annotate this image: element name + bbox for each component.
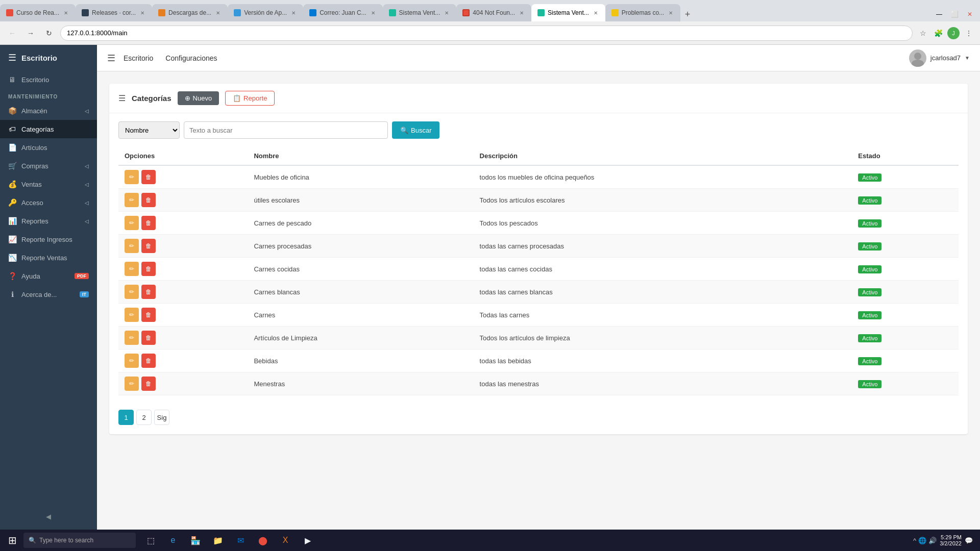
folder-icon[interactable]: 📁 (207, 530, 229, 551)
sidebar-header[interactable]: ☰ Escritorio (0, 45, 97, 70)
close-button[interactable]: ✕ (963, 7, 977, 21)
sidebar-item-reporte-ventas[interactable]: 📉 Reporte Ventas (0, 248, 97, 267)
reporte-button[interactable]: 📋 Reporte (225, 91, 275, 106)
search-input[interactable] (184, 121, 388, 139)
browser-tab-tab1[interactable]: Curso de Rea... ✕ (0, 4, 76, 21)
browser-tab-tab6[interactable]: Sistema Vent... ✕ (383, 4, 457, 21)
sidebar-item-categorias[interactable]: 🏷 Categorías (0, 120, 97, 138)
nav-link-configuraciones[interactable]: Configuraciones (165, 54, 217, 62)
edit-button[interactable]: ✏ (125, 354, 139, 368)
sidebar-item-almacen[interactable]: 📦 Almacén ◁ (0, 102, 97, 120)
tab-close-icon[interactable]: ✕ (443, 10, 450, 16)
sidebar-item-articulos[interactable]: 📄 Artículos (0, 138, 97, 157)
sidebar-item-reporte-ingresos[interactable]: 📈 Reporte Ingresos (0, 230, 97, 248)
page-1-button[interactable]: 1 (118, 410, 134, 425)
xampp-icon[interactable]: X (275, 530, 296, 551)
edit-button[interactable]: ✏ (125, 377, 139, 391)
delete-button[interactable]: 🗑 (141, 331, 156, 345)
action-buttons: ✏ 🗑 (125, 308, 241, 322)
edit-button[interactable]: ✏ (125, 331, 139, 345)
edit-button[interactable]: ✏ (125, 239, 139, 253)
browser-tab-tab3[interactable]: Descargas de... ✕ (152, 4, 228, 21)
system-clock[interactable]: 5:29 PM 3/2/2022 (940, 534, 962, 546)
task-view-button[interactable]: ⬚ (140, 530, 161, 551)
nav-link-escritorio[interactable]: Escritorio (124, 54, 153, 62)
browser-tab-tab4[interactable]: Versión de Ap... ✕ (228, 4, 303, 21)
extension-icon[interactable]: 🧩 (932, 27, 944, 39)
tab-close-icon[interactable]: ✕ (62, 10, 69, 16)
edit-button[interactable]: ✏ (125, 170, 139, 184)
tab-close-icon[interactable]: ✕ (139, 10, 146, 16)
browser-tab-tab8[interactable]: Sistema Vent... ✕ (531, 4, 605, 21)
volume-icon[interactable]: 🔊 (928, 537, 937, 544)
store-icon[interactable]: 🏪 (185, 530, 206, 551)
delete-button[interactable]: 🗑 (141, 285, 156, 299)
tab-close-icon[interactable]: ✕ (290, 10, 297, 16)
delete-button[interactable]: 🗑 (141, 193, 156, 207)
tab-close-icon[interactable]: ✕ (667, 10, 674, 16)
taskbar-search[interactable]: 🔍 Type here to search (23, 533, 136, 548)
browser-tab-tab7[interactable]: 404 Not Foun... ✕ (456, 4, 531, 21)
delete-button[interactable]: 🗑 (141, 377, 156, 391)
tab-close-icon[interactable]: ✕ (370, 10, 377, 16)
nuevo-button[interactable]: ⊕ Nuevo (178, 91, 219, 105)
sidebar-item-reportes[interactable]: 📊 Reportes ◁ (0, 212, 97, 230)
page-2-button[interactable]: 2 (136, 410, 152, 425)
terminal-icon[interactable]: ▶ (297, 530, 318, 551)
edit-button[interactable]: ✏ (125, 285, 139, 299)
delete-button[interactable]: 🗑 (141, 239, 156, 253)
network-icon[interactable]: 🌐 (918, 537, 926, 544)
delete-button[interactable]: 🗑 (141, 262, 156, 276)
more-button[interactable]: ⋮ (963, 27, 975, 39)
browser-tab-tab9[interactable]: Problemas co... ✕ (605, 4, 680, 21)
browser-tab-tab2[interactable]: Releases · cor... ✕ (76, 4, 152, 21)
address-input[interactable] (60, 26, 913, 41)
sidebar-item-ventas[interactable]: 💰 Ventas ◁ (0, 175, 97, 193)
maximize-button[interactable]: ⬜ (947, 7, 962, 21)
browser-frame: Curso de Rea... ✕ Releases · cor... ✕ De… (0, 0, 980, 551)
back-button[interactable]: ← (5, 26, 19, 40)
search-field-select[interactable]: Nombre Descripción Estado (118, 121, 180, 139)
tab-close-icon[interactable]: ✕ (518, 10, 525, 16)
reporte-label: Reporte (243, 94, 267, 102)
edit-button[interactable]: ✏ (125, 262, 139, 276)
notification-icon[interactable]: 💬 (965, 537, 973, 544)
mail-icon[interactable]: ✉ (230, 530, 251, 551)
delete-button[interactable]: 🗑 (141, 354, 156, 368)
sidebar-item-compras[interactable]: 🛒 Compras ◁ (0, 157, 97, 175)
sidebar-item-ayuda[interactable]: ❓ Ayuda PDF (0, 267, 97, 285)
sidebar-item-acerca[interactable]: ℹ Acerca de... IT (0, 285, 97, 304)
browser-tab-tab5[interactable]: Correo: Juan C... ✕ (303, 4, 382, 21)
windows-start-button[interactable]: ⊞ (3, 531, 21, 549)
edit-button[interactable]: ✏ (125, 193, 139, 207)
collapse-sidebar-button[interactable]: ◀ (5, 509, 92, 524)
next-page-button[interactable]: Sig (154, 410, 169, 425)
minimize-button[interactable]: — (932, 7, 946, 21)
reload-button[interactable]: ↻ (42, 26, 56, 40)
forward-button[interactable]: → (23, 26, 38, 40)
sidebar-item-escritorio[interactable]: 🖥 Escritorio (0, 70, 97, 89)
action-buttons: ✏ 🗑 (125, 354, 241, 368)
delete-button[interactable]: 🗑 (141, 170, 156, 184)
user-menu[interactable]: jcarlosad7 ▼ (909, 49, 970, 67)
new-tab-button[interactable]: + (680, 7, 695, 21)
table-row: ✏ 🗑 Artículos de Limpieza Todos los artí… (118, 327, 959, 349)
edit-button[interactable]: ✏ (125, 216, 139, 230)
tab-close-icon[interactable]: ✕ (592, 10, 599, 16)
sidebar-item-acceso[interactable]: 🔑 Acceso ◁ (0, 193, 97, 212)
search-button[interactable]: 🔍 Buscar (392, 121, 439, 139)
acerca-icon: ℹ (8, 290, 16, 298)
table-cell-estado: Activo (852, 258, 959, 281)
top-hamburger-icon[interactable]: ☰ (107, 53, 115, 64)
arrow-icon: ◁ (85, 182, 89, 187)
bookmark-icon[interactable]: ☆ (917, 27, 929, 39)
chrome-icon[interactable]: ⬤ (252, 530, 274, 551)
tab-close-icon[interactable]: ✕ (214, 10, 222, 16)
edit-button[interactable]: ✏ (125, 308, 139, 322)
delete-button[interactable]: 🗑 (141, 216, 156, 230)
delete-button[interactable]: 🗑 (141, 308, 156, 322)
profile-icon[interactable]: J (947, 27, 960, 39)
chevron-icon[interactable]: ^ (913, 537, 916, 544)
search-icon: 🔍 (400, 127, 408, 134)
edge-icon[interactable]: e (162, 530, 184, 551)
